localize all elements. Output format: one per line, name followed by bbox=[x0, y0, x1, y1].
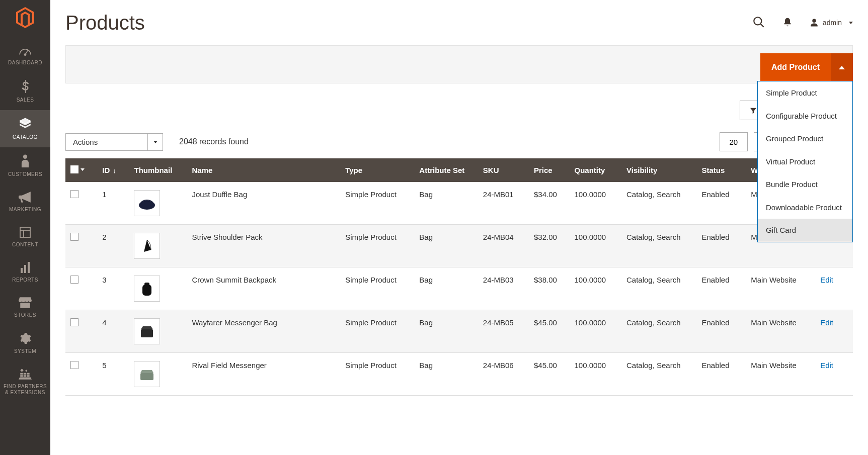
message-band: Add Product Simple ProductConfigurable P… bbox=[65, 45, 853, 83]
cell-type: Simple Product bbox=[340, 310, 414, 353]
svg-rect-14 bbox=[141, 329, 153, 337]
actions-dropdown[interactable]: Actions bbox=[65, 133, 163, 151]
cell-name: Wayfarer Messenger Bag bbox=[187, 310, 340, 353]
row-checkbox[interactable] bbox=[70, 276, 78, 284]
cell-visibility: Catalog, Search bbox=[621, 267, 696, 310]
add-product-option[interactable]: Simple Product bbox=[758, 81, 852, 105]
add-product-option[interactable]: Grouped Product bbox=[758, 127, 852, 150]
nav-sales-icon bbox=[2, 80, 48, 94]
chevron-down-icon bbox=[148, 133, 163, 151]
cell-visibility: Catalog, Search bbox=[621, 225, 696, 267]
cell-status: Enabled bbox=[696, 267, 746, 310]
column-header[interactable]: Status bbox=[696, 158, 746, 182]
column-header[interactable]: ID↓ bbox=[97, 158, 129, 182]
cell-sku: 24-MB06 bbox=[478, 353, 529, 396]
cell-websites: Main Website bbox=[746, 353, 815, 396]
add-product-option[interactable]: Configurable Product bbox=[758, 105, 852, 128]
cell-name: Rival Field Messenger bbox=[187, 353, 340, 396]
add-product-dropdown: Simple ProductConfigurable ProductGroupe… bbox=[757, 81, 853, 242]
nav-catalog-icon bbox=[2, 117, 48, 131]
nav-reports-icon bbox=[2, 262, 48, 274]
cell-visibility: Catalog, Search bbox=[621, 310, 696, 353]
nav-catalog[interactable]: CATALOG bbox=[0, 110, 50, 147]
notifications-icon[interactable] bbox=[782, 17, 793, 29]
nav-marketing[interactable]: MARKETING bbox=[0, 185, 50, 220]
column-header[interactable]: SKU bbox=[478, 158, 529, 182]
thumbnail[interactable] bbox=[134, 190, 160, 216]
row-checkbox[interactable] bbox=[70, 190, 78, 198]
cell-sku: 24-MB04 bbox=[478, 225, 529, 267]
add-product-option[interactable]: Virtual Product bbox=[758, 150, 852, 173]
nav-stores[interactable]: STORES bbox=[0, 290, 50, 325]
cell-type: Simple Product bbox=[340, 225, 414, 267]
user-icon bbox=[810, 18, 819, 27]
cell-attribute-set: Bag bbox=[414, 182, 478, 225]
sort-arrow-icon: ↓ bbox=[113, 167, 116, 174]
nav-dashboard[interactable]: DASHBOARD bbox=[0, 39, 50, 73]
cell-quantity: 100.0000 bbox=[570, 353, 621, 396]
column-header[interactable] bbox=[65, 158, 97, 182]
column-header[interactable]: Price bbox=[529, 158, 569, 182]
records-found-label: 2048 records found bbox=[179, 137, 249, 146]
cell-sku: 24-MB03 bbox=[478, 267, 529, 310]
nav-content[interactable]: CONTENT bbox=[0, 220, 50, 255]
cell-attribute-set: Bag bbox=[414, 310, 478, 353]
nav-customers-icon bbox=[2, 154, 48, 168]
add-product-option[interactable]: Downloadable Product bbox=[758, 196, 852, 219]
column-header[interactable]: Attribute Set bbox=[414, 158, 478, 182]
page-header: Products admin bbox=[65, 0, 853, 45]
per-page-input[interactable] bbox=[720, 132, 748, 151]
nav-partners[interactable]: FIND PARTNERS & EXTENSIONS bbox=[0, 361, 50, 403]
column-header[interactable]: Type bbox=[340, 158, 414, 182]
add-product-option[interactable]: Bundle Product bbox=[758, 173, 852, 196]
edit-link[interactable]: Edit bbox=[820, 318, 833, 327]
cell-quantity: 100.0000 bbox=[570, 225, 621, 267]
svg-rect-7 bbox=[24, 265, 26, 273]
page-title: Products bbox=[65, 12, 145, 34]
table-row: 5 Rival Field Messenger Simple Product B… bbox=[65, 353, 853, 396]
row-checkbox[interactable] bbox=[70, 361, 78, 369]
cell-websites: Main Website bbox=[746, 310, 815, 353]
cell-price: $45.00 bbox=[529, 353, 569, 396]
magento-logo[interactable] bbox=[16, 7, 35, 30]
nav-label: REPORTS bbox=[2, 277, 48, 283]
nav-label: SALES bbox=[2, 97, 48, 103]
thumbnail[interactable] bbox=[134, 318, 160, 344]
column-header[interactable]: Quantity bbox=[570, 158, 621, 182]
row-checkbox[interactable] bbox=[70, 233, 78, 241]
select-all-checkbox[interactable] bbox=[70, 165, 78, 173]
cell-status: Enabled bbox=[696, 310, 746, 353]
cell-quantity: 100.0000 bbox=[570, 182, 621, 225]
column-header[interactable]: Name bbox=[187, 158, 340, 182]
svg-point-9 bbox=[754, 17, 761, 25]
nav-reports[interactable]: REPORTS bbox=[0, 255, 50, 290]
thumbnail[interactable] bbox=[134, 233, 160, 259]
nav-customers[interactable]: CUSTOMERS bbox=[0, 147, 50, 185]
nav-sales[interactable]: SALES bbox=[0, 73, 50, 110]
products-grid: ID↓ThumbnailNameTypeAttribute SetSKUPric… bbox=[65, 158, 853, 396]
table-row: 3 Crown Summit Backpack Simple Product B… bbox=[65, 267, 853, 310]
edit-link[interactable]: Edit bbox=[820, 361, 833, 370]
user-menu[interactable]: admin bbox=[810, 18, 853, 27]
cell-sku: 24-MB01 bbox=[478, 182, 529, 225]
edit-link[interactable]: Edit bbox=[820, 276, 833, 284]
svg-rect-6 bbox=[21, 268, 23, 273]
row-checkbox[interactable] bbox=[70, 318, 78, 326]
search-icon[interactable] bbox=[752, 16, 765, 30]
thumbnail[interactable] bbox=[134, 361, 160, 387]
cell-status: Enabled bbox=[696, 182, 746, 225]
add-product-button[interactable]: Add Product bbox=[760, 53, 831, 81]
column-header[interactable]: Visibility bbox=[621, 158, 696, 182]
add-product-toggle[interactable] bbox=[831, 53, 853, 81]
thumbnail[interactable] bbox=[134, 276, 160, 302]
add-product-option[interactable]: Gift Card bbox=[758, 219, 852, 242]
nav-dashboard-icon bbox=[2, 46, 48, 57]
nav-system[interactable]: SYSTEM bbox=[0, 325, 50, 361]
cell-status: Enabled bbox=[696, 353, 746, 396]
filter-icon bbox=[749, 107, 757, 115]
sidebar: DASHBOARDSALESCATALOGCUSTOMERSMARKETINGC… bbox=[0, 0, 50, 455]
actions-label: Actions bbox=[65, 133, 148, 151]
column-header[interactable]: Thumbnail bbox=[129, 158, 187, 182]
svg-point-1 bbox=[24, 54, 26, 55]
svg-rect-3 bbox=[20, 227, 30, 237]
